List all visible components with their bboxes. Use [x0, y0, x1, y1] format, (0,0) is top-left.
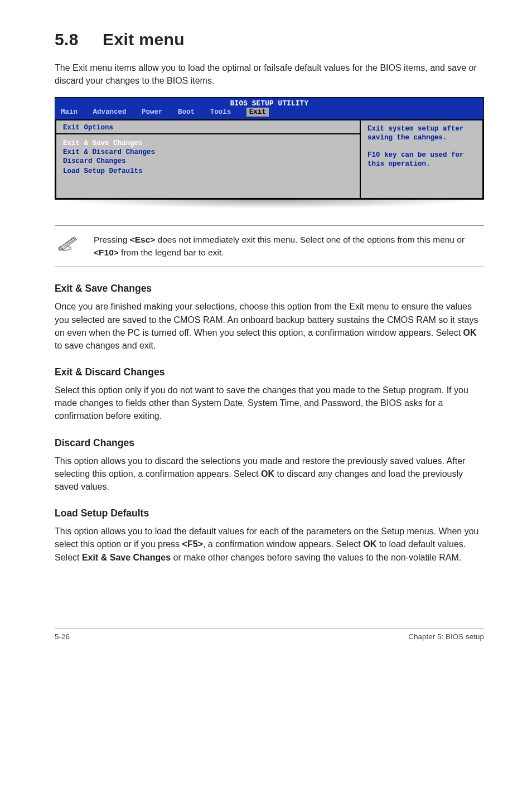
bios-options-panel: Exit Options Exit & Save Changes Exit & …: [55, 119, 360, 199]
note-pencil-icon: [57, 235, 80, 254]
section-load-defaults-text: This option allows you to load the defau…: [55, 525, 484, 564]
s3-b1: OK: [261, 469, 274, 479]
bios-tab-power: Power: [142, 108, 163, 116]
note-key-esc: <Esc>: [130, 235, 156, 244]
s4-post: or make other changes before saving the …: [171, 553, 461, 562]
heading-number: 5.8: [55, 30, 103, 49]
footer-chapter: Chapter 5: BIOS setup: [408, 632, 484, 641]
section-exit-discard-text: Select this option only if you do not wa…: [55, 384, 484, 423]
section-discard-text: This option allows you to discard the se…: [55, 455, 484, 494]
bios-item-discard: Discard Changes: [63, 157, 353, 166]
note-pre: Pressing: [94, 235, 130, 244]
page-heading: 5.8Exit menu: [55, 30, 484, 49]
section-exit-discard-heading: Exit & Discard Changes: [55, 366, 484, 378]
bios-tab-bar: Main Advanced Power Boot Tools Exit: [55, 108, 483, 119]
bios-tab-boot: Boot: [178, 108, 195, 116]
page-footer: 5-26 Chapter 5: BIOS setup: [55, 629, 484, 641]
section-load-defaults-heading: Load Setup Defaults: [55, 508, 484, 519]
note-text: Pressing <Esc> does not immediately exit…: [94, 234, 484, 259]
bios-title: BIOS SETUP UTILITY: [55, 98, 483, 108]
bios-item-load-defaults: Load Setup Defaults: [63, 167, 353, 176]
bios-body: Exit Options Exit & Save Changes Exit & …: [55, 119, 483, 199]
s1-pre: Once you are finished making your select…: [55, 302, 478, 337]
heading-title: Exit menu: [103, 30, 185, 49]
bios-help-panel: Exit system setup after saving the cahng…: [360, 119, 483, 199]
s4-mid1: , a confirmation window appears. Select: [203, 539, 363, 549]
bios-item-exit-discard: Exit & Discard Changes: [63, 148, 353, 157]
bios-divider: [56, 133, 360, 134]
footer-page-number: 5-26: [55, 632, 70, 641]
s1-post: to save changes and exit.: [55, 341, 156, 350]
intro-paragraph: The Exit menu items allow you to load th…: [55, 61, 484, 87]
section-exit-save-heading: Exit & Save Changes: [55, 283, 484, 294]
bios-tab-exit: Exit: [246, 108, 269, 117]
bios-tab-advanced: Advanced: [93, 108, 127, 116]
bios-tab-main: Main: [61, 108, 78, 116]
bios-setup-screen: BIOS SETUP UTILITY Main Advanced Power B…: [55, 97, 484, 200]
section-discard-heading: Discard Changes: [55, 437, 484, 449]
note-post: from the legend bar to exit.: [119, 248, 224, 257]
s4-b1: <F5>: [182, 539, 203, 549]
bios-help-text: Exit system setup after saving the cahng…: [367, 125, 476, 168]
s1-b1: OK: [463, 328, 477, 337]
note-block: Pressing <Esc> does not immediately exit…: [55, 225, 484, 267]
section-exit-save-text: Once you are finished making your select…: [55, 300, 484, 352]
s4-b3: Exit & Save Changes: [82, 553, 171, 562]
bios-options-header: Exit Options: [63, 124, 353, 132]
s4-b2: OK: [363, 539, 376, 549]
bios-tab-tools: Tools: [210, 108, 231, 116]
note-mid: does not immediately exit this menu. Sel…: [155, 235, 465, 244]
bios-item-exit-save: Exit & Save Changes: [63, 139, 353, 148]
bios-shadow: [61, 200, 477, 209]
note-key-f10: <F10>: [94, 248, 119, 257]
